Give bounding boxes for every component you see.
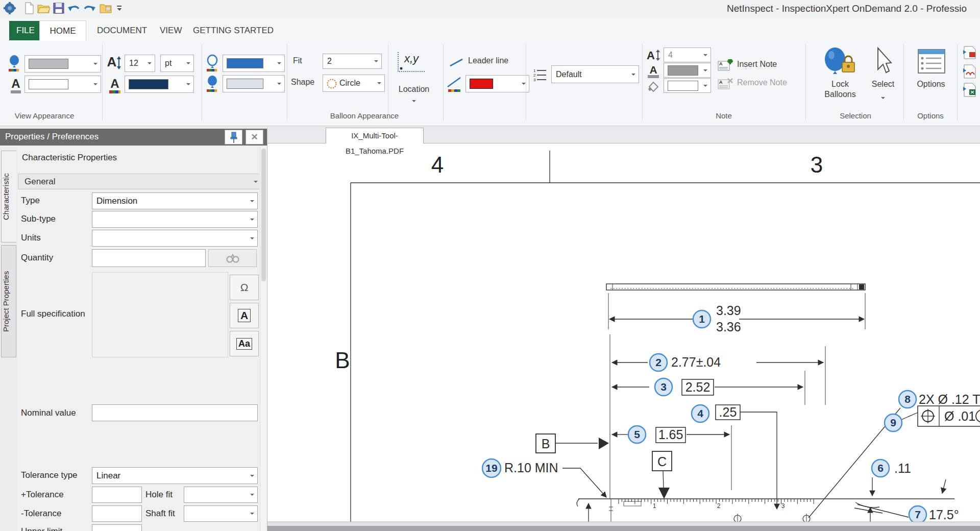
full-spec-textarea[interactable] <box>92 272 228 357</box>
fit-combo[interactable]: 2 <box>323 54 382 69</box>
note-font-color-icon[interactable]: A <box>646 64 660 79</box>
balloon-7[interactable]: 7 <box>909 506 926 523</box>
tab-document[interactable]: DOCUMENT <box>90 20 154 41</box>
pin-button[interactable] <box>225 130 242 144</box>
group-separator <box>805 44 806 120</box>
chevron-down-icon <box>93 63 97 67</box>
chevron-down-icon <box>250 200 254 204</box>
export-folder-icon[interactable] <box>99 2 112 15</box>
balloon-6[interactable]: 6 <box>872 460 889 477</box>
note-fill-color-combo[interactable] <box>664 78 711 93</box>
chevron-down-icon <box>374 60 378 64</box>
numbering-style-combo[interactable]: Default <box>551 65 639 83</box>
location-label: Location <box>391 85 437 94</box>
note-font-color-combo[interactable] <box>664 63 711 78</box>
side-tab-project-properties[interactable]: Project Properties <box>1 245 16 357</box>
case-button[interactable]: Aa <box>230 331 259 356</box>
qat-menu-icon[interactable] <box>116 2 122 15</box>
svg-text:7: 7 <box>915 509 921 520</box>
options-button[interactable]: Options <box>910 45 952 105</box>
general-section-header[interactable]: General <box>18 174 259 189</box>
view-balloon-color-icon[interactable] <box>7 54 21 73</box>
tab-file[interactable]: FILE <box>9 21 42 40</box>
leader-color-combo[interactable] <box>465 75 529 92</box>
balloon-2[interactable]: 2 <box>650 354 667 371</box>
leader-line-button[interactable]: Leader line <box>447 56 524 69</box>
lock-balloons-label-2: Balloons <box>815 90 866 99</box>
export-excel-icon[interactable] <box>962 83 980 97</box>
quantity-search-button[interactable] <box>208 249 257 267</box>
tolerance-type-combo[interactable]: Linear <box>92 467 258 484</box>
document-tab[interactable]: IX_Multi-Tool-B1_Tahoma.PDF <box>326 128 424 143</box>
leader-color-icon[interactable] <box>446 75 462 94</box>
select-button[interactable]: Select <box>867 45 899 105</box>
font-size-combo[interactable]: 12 <box>125 55 155 72</box>
view-font-color-icon[interactable]: A <box>9 77 22 95</box>
font-unit-combo[interactable]: pt <box>160 55 194 72</box>
note-fill-bucket-icon[interactable] <box>646 80 660 94</box>
balloon-outline-color-icon[interactable] <box>205 54 219 73</box>
scrollbar-thumb[interactable] <box>261 149 266 281</box>
balloon-outline-color-combo[interactable] <box>223 55 285 72</box>
side-tab-characteristic[interactable]: Characteristic <box>1 151 16 243</box>
quantity-input[interactable] <box>92 249 206 267</box>
view-font-color-combo[interactable] <box>24 76 101 93</box>
remove-note-button[interactable]: A Remove Note <box>718 78 804 90</box>
chevron-down-icon <box>186 83 190 87</box>
export-pdf-icon[interactable] <box>962 46 980 59</box>
type-combo[interactable]: Dimension <box>92 192 258 209</box>
insert-note-button[interactable]: A Insert Note <box>718 59 799 71</box>
location-xy-icon: x,y <box>394 51 427 76</box>
font-color-combo[interactable] <box>125 76 194 93</box>
chevron-down-icon <box>277 83 281 87</box>
font-button[interactable]: A <box>230 303 259 328</box>
export-markup-icon[interactable] <box>962 64 980 79</box>
nominal-label: Nominal value <box>21 408 76 418</box>
balloon-5[interactable]: 5 <box>628 426 646 443</box>
panel-scrollbar[interactable] <box>260 147 267 531</box>
shaft-fit-combo[interactable] <box>184 505 258 522</box>
tab-home[interactable]: HOME <box>39 20 86 41</box>
chevron-down-icon <box>250 237 254 242</box>
location-button[interactable]: x,y Location <box>391 48 437 105</box>
units-combo[interactable] <box>92 230 258 247</box>
balloon-19[interactable]: 19 <box>482 459 501 477</box>
view-balloon-color-combo[interactable] <box>24 55 101 73</box>
app-icon[interactable] <box>3 2 16 15</box>
part-front-view: 1 2 3 <box>577 499 954 524</box>
hole-fit-combo[interactable] <box>184 487 258 503</box>
undo-icon[interactable] <box>67 2 81 15</box>
balloon-9[interactable]: 9 <box>885 414 902 431</box>
balloon-fill-color-combo[interactable] <box>223 75 285 92</box>
close-panel-button[interactable]: ✕ <box>246 130 263 144</box>
type-label: Type <box>21 196 40 206</box>
balloon-4[interactable]: 4 <box>692 405 709 422</box>
balloon-1[interactable]: 1 <box>693 310 710 328</box>
font-color-icon[interactable]: A <box>108 77 121 95</box>
note-font-size-combo[interactable]: 4 <box>664 47 711 62</box>
shape-combo[interactable]: Circle <box>323 75 385 92</box>
subtype-label: Sub-type <box>21 214 56 224</box>
drawing-canvas[interactable]: 4 3 B 3.39 3.36 1 <box>267 143 980 531</box>
plus-tolerance-input[interactable] <box>92 487 142 503</box>
symbol-button[interactable]: Ω <box>230 275 259 300</box>
svg-text:R.10 MIN: R.10 MIN <box>504 461 558 475</box>
subgroup-separator <box>388 44 388 120</box>
tab-view[interactable]: VIEW <box>153 20 189 41</box>
balloon-3[interactable]: 3 <box>655 378 672 396</box>
balloon-fill-color-icon[interactable] <box>205 75 219 93</box>
redo-icon[interactable] <box>83 2 96 15</box>
svg-text:2: 2 <box>655 356 662 368</box>
save-icon[interactable] <box>52 2 65 15</box>
upper-limit-input[interactable] <box>92 524 142 531</box>
subtype-combo[interactable] <box>92 211 258 228</box>
svg-text:8: 8 <box>904 393 911 405</box>
lock-balloons-button[interactable]: Lock Balloons <box>815 45 866 105</box>
nominal-input[interactable] <box>92 404 258 421</box>
minus-tolerance-input[interactable] <box>92 505 142 522</box>
balloon-8[interactable]: 8 <box>899 391 916 408</box>
tab-getting-started[interactable]: GETTING STARTED <box>186 20 281 41</box>
open-folder-icon[interactable] <box>37 2 50 15</box>
svg-text:2: 2 <box>717 502 721 510</box>
new-document-icon[interactable] <box>22 2 36 15</box>
